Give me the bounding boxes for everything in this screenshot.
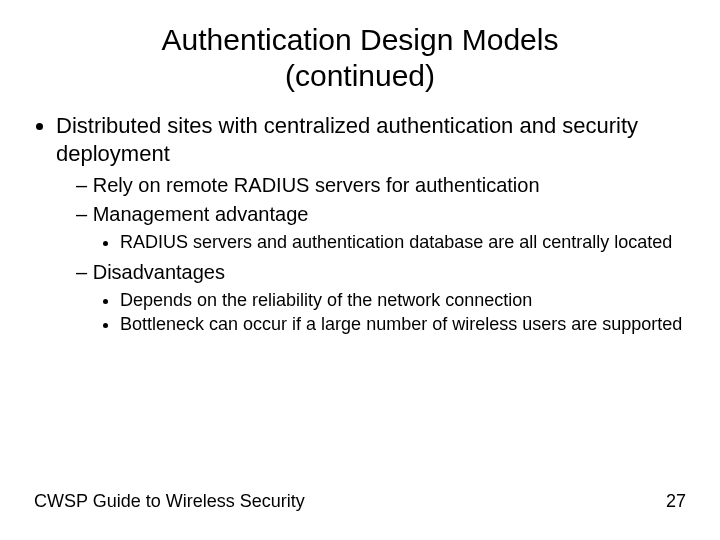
list-item: Distributed sites with centralized authe…	[56, 112, 686, 336]
bullet-text: Bottleneck can occur if a large number o…	[120, 314, 682, 334]
footer-left: CWSP Guide to Wireless Security	[34, 491, 305, 512]
bullet-text: Rely on remote RADIUS servers for authen…	[93, 174, 540, 196]
bullet-text: Distributed sites with centralized authe…	[56, 113, 638, 166]
list-item: Disadvantages Depends on the reliability…	[76, 260, 686, 336]
slide: Authentication Design Models (continued)…	[0, 0, 720, 540]
bullet-text: RADIUS servers and authentication databa…	[120, 232, 672, 252]
slide-title: Authentication Design Models (continued)	[0, 0, 720, 94]
title-line-1: Authentication Design Models	[162, 23, 559, 56]
list-item: Depends on the reliability of the networ…	[120, 289, 686, 312]
bullet-text: Disadvantages	[93, 261, 225, 283]
slide-content: Distributed sites with centralized authe…	[0, 94, 720, 336]
bullet-level-2: Rely on remote RADIUS servers for authen…	[56, 173, 686, 336]
page-number: 27	[666, 491, 686, 512]
list-item: RADIUS servers and authentication databa…	[120, 231, 686, 254]
bullet-level-1: Distributed sites with centralized authe…	[34, 112, 686, 336]
list-item: Rely on remote RADIUS servers for authen…	[76, 173, 686, 198]
slide-footer: CWSP Guide to Wireless Security 27	[34, 491, 686, 512]
list-item: Bottleneck can occur if a large number o…	[120, 313, 686, 336]
bullet-level-3: RADIUS servers and authentication databa…	[76, 231, 686, 254]
bullet-text: Depends on the reliability of the networ…	[120, 290, 532, 310]
bullet-text: Management advantage	[93, 203, 309, 225]
bullet-level-3: Depends on the reliability of the networ…	[76, 289, 686, 336]
title-line-2: (continued)	[285, 59, 435, 92]
list-item: Management advantage RADIUS servers and …	[76, 202, 686, 254]
